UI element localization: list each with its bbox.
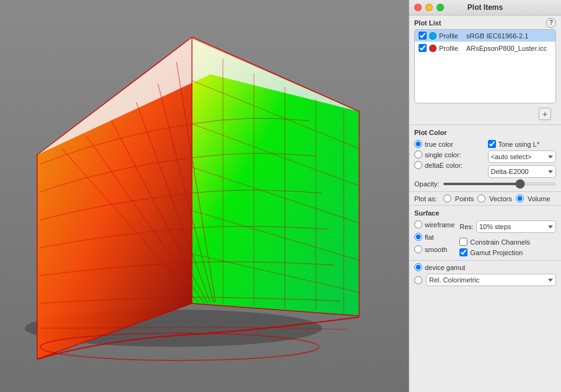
plot-item-1-label: Profile [439,45,464,52]
rendering-intent-radio[interactable] [414,276,422,284]
rendering-intent-row: Rel. Colorimetric [414,274,556,286]
res-select[interactable]: 10% steps [476,220,556,233]
plot-color-section: Plot Color true color single color: delt… [409,124,561,191]
smooth-row: smooth [414,245,454,253]
gamut-row: Gamut Projection [459,248,556,256]
gamut-checkbox[interactable] [459,248,468,256]
gamut-label: Gamut Projection [470,249,523,256]
single-color-row: single color: [414,150,483,159]
titlebar: Plot Items [409,0,561,15]
flat-label: flat [425,233,434,241]
device-gamut-label: device gamut [425,264,465,271]
bottom-section: device gamut Rel. Colorimetric [409,260,561,293]
true-color-radio[interactable] [414,140,422,148]
plot-items-panel: Plot Items Plot List ? Profile sRGB IEC6… [409,0,561,392]
true-color-label: true color [425,141,453,148]
minimize-button[interactable] [425,4,433,11]
surface-options: wireframe flat smooth [414,220,454,256]
rendering-intent-select[interactable]: Rel. Colorimetric [426,274,556,286]
plot-color-title: Plot Color [414,129,556,136]
tone-row: Tone using L* [488,140,557,148]
visualization-area [0,0,409,392]
points-label: Points [455,195,474,203]
plot-item-1[interactable]: Profile ARsEpsonP800_Luster.icc [415,42,555,54]
constrain-label: Constrain Channels [470,238,530,246]
plot-item-0-checkbox[interactable] [419,32,427,40]
flat-row: flat [414,233,454,241]
wireframe-radio[interactable] [414,220,422,229]
single-color-radio[interactable] [414,150,422,159]
plot-item-1-color [429,45,437,52]
wireframe-row: wireframe [414,220,454,229]
device-gamut-radio[interactable] [414,263,422,271]
surface-section: Surface wireframe flat smooth [409,205,561,260]
plot-item-1-checkbox[interactable] [419,44,427,52]
vectors-radio[interactable] [477,194,485,203]
smooth-radio[interactable] [414,245,422,253]
wireframe-label: wireframe [425,221,454,229]
plot-item-0-name: sRGB IEC61966-2.1 [466,32,552,40]
tone-checkbox[interactable] [488,140,496,148]
tone-label: Tone using L* [498,141,540,148]
constrain-row: Constrain Channels [459,238,556,246]
plot-item-0[interactable]: Profile sRGB IEC61966-2.1 [415,30,555,42]
flat-radio[interactable] [414,233,422,241]
delta-color-radio[interactable] [414,161,422,169]
volume-radio[interactable] [516,194,524,203]
delta-color-select[interactable]: Delta-E2000 [488,165,557,178]
true-color-row: true color [414,140,483,148]
plot-list-label: Plot List [414,19,441,27]
delta-color-row: deltaE color: [414,161,483,169]
help-button[interactable]: ? [546,18,556,28]
plot-list-header: Plot List ? [409,15,561,29]
plot-as-label: Plot as: [414,195,437,203]
maximize-button[interactable] [437,4,444,11]
opacity-row: Opacity: [414,180,556,188]
close-button[interactable] [414,4,422,11]
opacity-slider[interactable] [443,183,556,185]
plot-item-0-color [429,32,437,40]
opacity-label: Opacity: [414,180,439,188]
smooth-label: smooth [425,246,447,253]
plot-item-1-name: ARsEpsonP800_Luster.icc [466,45,552,52]
constrain-checkbox[interactable] [459,238,468,246]
plot-as-section: Plot as: Points Vectors Volume [409,191,561,205]
res-label: Res: [459,223,474,230]
points-radio[interactable] [443,194,451,203]
single-color-select[interactable]: <auto select> [488,150,557,163]
window-title: Plot Items [468,3,503,12]
single-color-label: single color: [425,151,461,159]
delta-color-label: deltaE color: [425,162,463,169]
plot-list: Profile sRGB IEC61966-2.1 Profile ARsEps… [414,29,556,103]
surface-title: Surface [414,209,556,217]
res-row: Res: 10% steps [459,220,556,233]
volume-label: Volume [528,195,550,203]
device-gamut-row: device gamut [414,263,556,271]
vectors-label: Vectors [489,195,512,203]
add-plot-button[interactable]: + [539,108,551,120]
plot-item-0-label: Profile [439,32,464,40]
